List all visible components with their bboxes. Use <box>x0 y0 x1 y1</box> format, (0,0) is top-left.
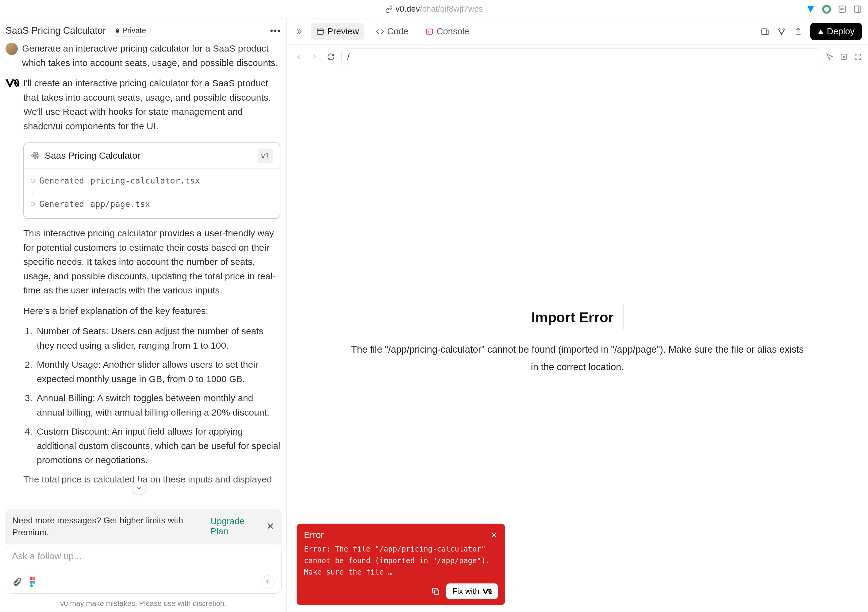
svg-point-11 <box>30 584 33 587</box>
chevron-right-icon[interactable] <box>293 26 305 37</box>
chat-title: SaaS Pricing Calculator <box>6 25 106 36</box>
file-status-dot <box>31 179 35 183</box>
assistant-paragraph: Here's a brief explanation of the key fe… <box>23 304 281 318</box>
svg-rect-13 <box>427 29 433 34</box>
more-menu-button[interactable]: ••• <box>270 26 281 36</box>
figma-icon <box>28 577 37 588</box>
nav-back-button[interactable] <box>293 51 305 63</box>
upgrade-plan-link[interactable]: Upgrade Plan <box>211 516 261 536</box>
file-status-dot <box>31 202 35 206</box>
browser-url-bar: v0.dev/chat/qif8wjf7wps <box>0 0 868 19</box>
circle-green-icon[interactable] <box>822 5 831 14</box>
copy-error-button[interactable] <box>432 587 440 596</box>
chevron-down-icon <box>136 484 143 492</box>
list-item: Annual Billing: A switch toggles between… <box>35 391 281 419</box>
list-item: Custom Discount: An input field allows f… <box>35 424 281 468</box>
preview-pane: Preview Code Console Deploy <box>287 19 868 612</box>
chat-input-box[interactable]: Ask a follow up... <box>5 545 282 593</box>
open-external-icon[interactable] <box>840 53 848 61</box>
generated-file-row: Generated app/page.tsx <box>31 195 273 213</box>
tab-label: Code <box>387 26 408 37</box>
attachment-button[interactable] <box>12 577 22 587</box>
tab-label: Preview <box>327 26 359 37</box>
link-icon <box>385 5 393 13</box>
sidebar-toggle-icon[interactable] <box>853 5 862 14</box>
reload-icon <box>327 53 335 61</box>
svg-point-10 <box>32 581 35 584</box>
tab-code[interactable]: Code <box>370 23 414 40</box>
private-label: Private <box>122 26 146 35</box>
svg-rect-14 <box>761 28 766 34</box>
nav-forward-button[interactable] <box>308 51 321 63</box>
chat-input[interactable]: Ask a follow up... <box>12 551 274 565</box>
disclaimer-text: v0 may make mistakes. Please use with di… <box>0 597 287 612</box>
fullscreen-icon[interactable] <box>854 53 862 61</box>
assistant-intro: I'll create an interactive pricing calcu… <box>23 76 281 133</box>
user-avatar <box>6 43 18 55</box>
list-item: Monthly Usage: Another slider allows use… <box>35 357 281 386</box>
toast-title: Error <box>304 530 324 540</box>
user-message: Generate an interactive pricing calculat… <box>22 42 281 70</box>
code-card-title: Saas Pricing Calculator <box>45 149 253 163</box>
send-button[interactable] <box>261 575 274 589</box>
toast-body: Error: The file "/app/pricing-calculator… <box>304 544 498 578</box>
react-icon <box>31 151 40 160</box>
copy-icon <box>432 587 440 596</box>
cursor-icon[interactable] <box>826 53 834 61</box>
list-item: Number of Seats: Users can adjust the nu… <box>35 324 281 353</box>
scroll-down-button[interactable] <box>132 481 146 495</box>
error-toast: Error ✕ Error: The file "/app/pricing-ca… <box>297 523 505 605</box>
chat-pane: SaaS Pricing Calculator Private ••• Gene… <box>0 19 287 612</box>
vercel-v-icon[interactable] <box>806 5 815 14</box>
deploy-label: Deploy <box>827 26 854 37</box>
window-icon <box>316 28 324 36</box>
upsell-close-button[interactable]: ✕ <box>267 521 274 531</box>
features-list: Number of Seats: Users can adjust the nu… <box>23 324 281 468</box>
preview-address-bar[interactable]: / <box>341 48 822 65</box>
responsive-icon[interactable] <box>761 27 769 36</box>
chevron-left-icon <box>295 53 303 61</box>
v0-small-icon <box>482 589 492 594</box>
fix-label: Fix with <box>453 587 479 596</box>
svg-point-16 <box>783 28 784 30</box>
divider <box>623 305 623 329</box>
arrow-up-icon <box>264 579 271 586</box>
share-icon[interactable] <box>794 27 802 36</box>
branch-icon[interactable] <box>777 27 786 36</box>
generated-file-row: Generated pricing-calculator.tsx <box>31 172 273 190</box>
svg-point-0 <box>823 6 830 12</box>
figma-button[interactable] <box>28 577 37 588</box>
upsell-banner: Need more messages? Get higher limits wi… <box>5 509 282 544</box>
private-badge[interactable]: Private <box>110 25 150 37</box>
upsell-text: Need more messages? Get higher limits wi… <box>12 514 211 538</box>
lock-icon <box>115 28 120 33</box>
import-error-message: The file "/app/pricing-calculator" canno… <box>347 341 808 376</box>
tab-label: Console <box>436 26 469 37</box>
terminal-icon <box>425 28 433 36</box>
svg-point-3 <box>35 155 36 157</box>
svg-rect-19 <box>434 590 439 594</box>
toast-close-button[interactable]: ✕ <box>490 530 498 541</box>
svg-point-8 <box>32 577 35 580</box>
fix-with-v0-button[interactable]: Fix with <box>446 584 498 599</box>
cutoff-paragraph: The total price is calculated ba on thes… <box>23 472 281 487</box>
import-error-title: Import Error <box>531 309 614 326</box>
tab-preview[interactable]: Preview <box>311 23 364 40</box>
svg-point-15 <box>778 28 780 30</box>
chevron-right-icon <box>311 53 318 61</box>
panel-square-icon[interactable] <box>838 5 846 14</box>
paperclip-icon <box>12 577 22 587</box>
triangle-icon <box>818 28 824 35</box>
url-host: v0.dev/chat/qif8wjf7wps <box>395 4 483 14</box>
reload-button[interactable] <box>325 51 337 63</box>
code-card[interactable]: Saas Pricing Calculator v1 Generated pri… <box>23 143 281 219</box>
deploy-button[interactable]: Deploy <box>810 23 862 40</box>
assistant-paragraph: This interactive pricing calculator prov… <box>23 226 281 298</box>
code-icon <box>376 28 384 36</box>
v0-logo-icon <box>6 78 19 88</box>
svg-rect-2 <box>854 6 861 12</box>
svg-rect-12 <box>317 29 323 34</box>
tab-console[interactable]: Console <box>420 23 474 40</box>
version-pill: v1 <box>257 149 273 163</box>
